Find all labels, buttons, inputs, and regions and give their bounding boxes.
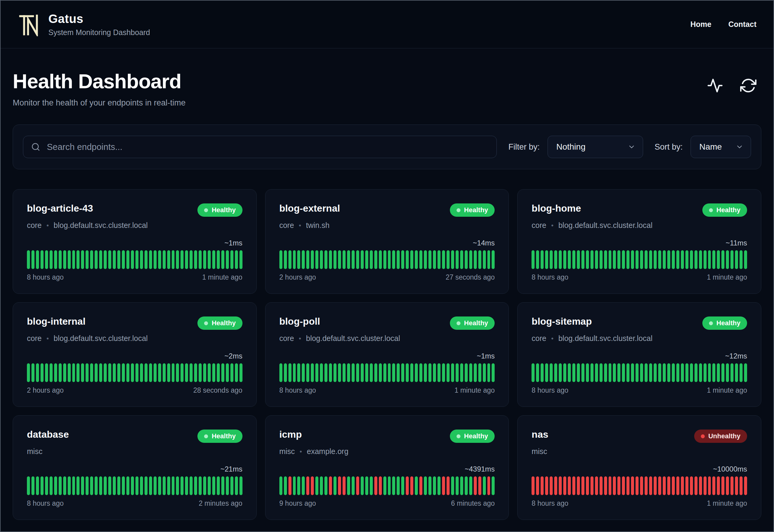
gatus-logo-icon[interactable]: [18, 12, 41, 37]
search-input[interactable]: [23, 136, 496, 158]
uptime-bar-failure: [726, 476, 729, 495]
uptime-bar-success: [609, 250, 612, 269]
uptime-bar-success: [699, 363, 702, 382]
uptime-bar-failure: [581, 476, 584, 495]
card-footer: 8 hours ago 1 minute ago: [532, 386, 747, 394]
sort-select[interactable]: Name: [691, 136, 751, 158]
search-box: [23, 136, 497, 158]
newest-timestamp: 28 seconds ago: [193, 386, 242, 394]
uptime-bar-success: [744, 363, 747, 382]
status-badge: Healthy: [702, 316, 747, 330]
uptime-bar-success: [140, 363, 143, 382]
status-label: Healthy: [212, 432, 236, 440]
uptime-bar-success: [167, 476, 170, 495]
status-dot-icon: [709, 208, 713, 212]
uptime-bar-success: [226, 363, 229, 382]
endpoint-card[interactable]: blog-external Healthy core • twin.sh ~14…: [265, 189, 509, 294]
uptime-bar-success: [717, 363, 720, 382]
uptime-bar-success: [122, 250, 125, 269]
status-badge: Healthy: [197, 316, 242, 330]
uptime-bar-success: [99, 363, 102, 382]
uptime-bar-success: [315, 363, 318, 382]
endpoint-card[interactable]: blog-home Healthy core • blog.default.sv…: [517, 189, 761, 294]
uptime-bar-success: [86, 476, 89, 495]
endpoint-card[interactable]: icmp Healthy misc • example.org ~4391ms …: [265, 415, 509, 520]
endpoint-host: blog.default.svc.cluster.local: [54, 221, 148, 230]
endpoint-meta: core • blog.default.svc.cluster.local: [27, 221, 242, 230]
uptime-bar-success: [536, 250, 539, 269]
uptime-bar-success: [541, 250, 544, 269]
nav-link-home[interactable]: Home: [690, 20, 711, 29]
uptime-bar-failure: [640, 476, 643, 495]
uptime-bar-success: [226, 476, 229, 495]
newest-timestamp: 1 minute ago: [707, 499, 747, 508]
uptime-bar-success: [663, 250, 666, 269]
uptime-bar-success: [424, 363, 427, 382]
activity-button[interactable]: [706, 77, 724, 94]
endpoint-name: blog-sitemap: [532, 316, 592, 327]
uptime-bar-success: [180, 476, 184, 495]
uptime-bar-success: [356, 250, 359, 269]
uptime-bar-failure: [306, 476, 309, 495]
uptime-bar-failure: [374, 476, 377, 495]
uptime-bar-success: [483, 476, 486, 495]
uptime-bar-success: [419, 363, 422, 382]
status-label: Healthy: [464, 206, 488, 214]
uptime-bar-success: [352, 363, 355, 382]
endpoint-card[interactable]: blog-article-43 Healthy core • blog.defa…: [13, 189, 257, 294]
endpoint-name: blog-home: [532, 203, 581, 214]
uptime-bar-success: [721, 250, 724, 269]
refresh-button[interactable]: [740, 77, 757, 94]
endpoint-card[interactable]: blog-internal Healthy core • blog.defaul…: [13, 302, 257, 407]
endpoint-group: misc: [27, 447, 42, 456]
status-label: Healthy: [212, 319, 236, 327]
uptime-bar-success: [221, 363, 224, 382]
uptime-bar-success: [604, 363, 607, 382]
uptime-bar-success: [617, 363, 620, 382]
card-header: blog-home Healthy: [532, 203, 747, 217]
endpoint-host: twin.sh: [306, 221, 330, 230]
endpoint-group: misc: [532, 447, 547, 456]
uptime-bar-failure: [532, 476, 535, 495]
uptime-bar-failure: [442, 476, 445, 495]
card-footer: 2 hours ago 27 seconds ago: [279, 273, 495, 281]
uptime-bar-success: [63, 363, 66, 382]
card-header: blog-internal Healthy: [27, 316, 242, 330]
endpoint-card[interactable]: blog-poll Healthy core • blog.default.sv…: [265, 302, 509, 407]
uptime-bar-success: [361, 476, 364, 495]
nav-link-contact[interactable]: Contact: [728, 20, 756, 29]
endpoint-card[interactable]: nas Unhealthy misc • ~10000ms 8 hours ag…: [517, 415, 761, 520]
endpoint-card[interactable]: database Healthy misc • ~21ms 8 hours ag…: [13, 415, 257, 520]
uptime-bar-success: [590, 250, 594, 269]
latency-value: ~2ms: [27, 352, 242, 360]
status-dot-icon: [457, 434, 460, 438]
card-footer: 8 hours ago 1 minute ago: [279, 386, 495, 394]
uptime-bar-success: [681, 250, 684, 269]
uptime-bar-success: [361, 250, 364, 269]
uptime-bar-success: [712, 363, 715, 382]
uptime-bar-success: [54, 250, 57, 269]
uptime-bar-success: [613, 363, 616, 382]
uptime-bar-success: [293, 363, 296, 382]
status-badge: Healthy: [702, 203, 747, 217]
card-footer: 2 hours ago 28 seconds ago: [27, 386, 242, 394]
card-footer: 8 hours ago 1 minute ago: [532, 273, 747, 281]
uptime-bar-failure: [550, 476, 553, 495]
card-header: database Healthy: [27, 429, 242, 443]
filter-select[interactable]: Nothing: [548, 136, 643, 158]
uptime-bar-success: [712, 250, 715, 269]
uptime-bar-success: [279, 250, 282, 269]
status-label: Healthy: [464, 432, 488, 440]
uptime-bar-failure: [631, 476, 634, 495]
endpoint-card[interactable]: blog-sitemap Healthy core • blog.default…: [517, 302, 761, 407]
uptime-bar-failure: [474, 476, 477, 495]
status-badge: Healthy: [450, 203, 495, 217]
uptime-bar-success: [108, 363, 111, 382]
uptime-bar-success: [99, 476, 102, 495]
uptime-bar-success: [694, 250, 698, 269]
uptime-bar-success: [68, 363, 71, 382]
uptime-bar-success: [532, 363, 535, 382]
uptime-bar-success: [149, 476, 152, 495]
uptime-bar-success: [76, 363, 80, 382]
uptime-bar-success: [324, 250, 327, 269]
